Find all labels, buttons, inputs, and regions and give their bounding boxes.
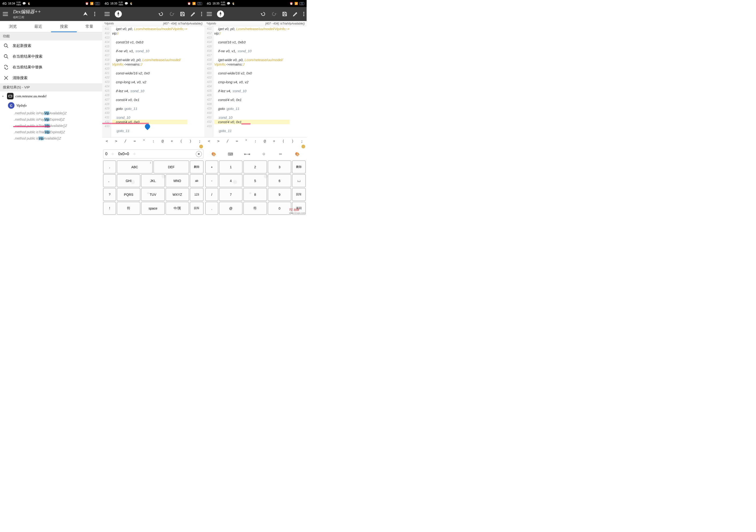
code-line[interactable]	[214, 133, 289, 137]
redo-button[interactable]	[271, 11, 277, 17]
code-line[interactable]	[214, 36, 289, 40]
undo-button[interactable]	[158, 11, 164, 17]
keyboard-key[interactable]: 。	[103, 174, 116, 187]
keyboard-key[interactable]: .	[205, 202, 218, 215]
compass-button[interactable]	[115, 11, 122, 17]
overflow-button[interactable]	[303, 12, 304, 16]
keyboard-key[interactable]: ab	[190, 174, 203, 187]
keyboard-key[interactable]: 8	[243, 188, 267, 201]
clipboard-icon[interactable]: ✂	[276, 150, 285, 157]
tab-recent[interactable]: 最近	[26, 21, 51, 32]
keyboard-key[interactable]: TUV	[141, 188, 165, 201]
code-line[interactable]	[112, 93, 187, 97]
code-line[interactable]: :cond_10	[112, 115, 187, 120]
code-editor[interactable]: 4114124134144154164174184194204214224234…	[204, 26, 307, 137]
code-line[interactable]	[112, 111, 187, 115]
code-line[interactable]: if-lez v4, :cond_10	[112, 89, 187, 93]
code-line[interactable]	[214, 44, 289, 49]
tab-constants[interactable]: 常量	[77, 21, 102, 32]
code-line[interactable]	[112, 133, 187, 137]
keyboard-key[interactable]: 删除	[292, 161, 306, 173]
save-button[interactable]	[180, 11, 185, 17]
code-line[interactable]: iget v0, p0, Lcom/netease/uu/model/VipIn…	[214, 27, 289, 31]
code-line[interactable]: const/4 v0, 0x1	[214, 120, 289, 124]
code-line[interactable]: const/4 v0, 0x1	[112, 97, 187, 102]
code-line[interactable]: const-wide/16 v2, 0x0	[214, 71, 289, 75]
code-line[interactable]	[112, 75, 187, 80]
symbol-key[interactable]: "	[139, 137, 148, 145]
keyboard-key[interactable]: 1	[219, 161, 242, 173]
symbol-key[interactable]: @	[158, 137, 167, 145]
code-line[interactable]	[214, 53, 289, 58]
symbol-key[interactable]: :	[251, 137, 260, 145]
keyboard-key[interactable]: ABC1	[117, 161, 152, 173]
menu-button[interactable]	[104, 12, 110, 16]
code-line[interactable]: goto :goto_11	[214, 106, 289, 111]
code-line[interactable]: const/16 v1, 0xb3	[112, 40, 187, 44]
keyboard-key[interactable]: 删除	[190, 161, 203, 173]
keyboard-key[interactable]: +	[205, 161, 218, 173]
keyboard-key[interactable]: /	[205, 188, 218, 201]
code-line[interactable]: iget v0, p0, Lcom/netease/uu/model/VipIn…	[112, 27, 187, 31]
symbol-key[interactable]: +	[167, 137, 176, 145]
emoji-icon[interactable]: ☺	[259, 150, 269, 157]
overflow-button[interactable]	[90, 12, 99, 16]
code-line[interactable]	[214, 84, 289, 89]
code-editor[interactable]: 4114124134144154164174184194204214224234…	[102, 26, 204, 137]
keyboard-key[interactable]: GHI	[117, 174, 140, 187]
ime-avatar-icon[interactable]: 🎨	[293, 150, 302, 157]
code-line[interactable]	[214, 124, 289, 129]
menu-button[interactable]	[207, 12, 212, 16]
redo-button[interactable]	[169, 11, 175, 17]
keyboard-key[interactable]: ⌴	[292, 174, 306, 187]
symbol-key[interactable]: =	[232, 137, 241, 145]
package-row[interactable]: ▾ com.netease.uu.model	[0, 92, 102, 101]
code-line[interactable]	[214, 66, 289, 71]
tab-browse[interactable]: 浏览	[0, 21, 26, 32]
file-name[interactable]: *VipInfo	[206, 22, 216, 25]
code-line[interactable]	[112, 66, 187, 71]
code-line[interactable]: VipInfo;->remains:J	[214, 62, 289, 66]
symbol-key[interactable]: ;	[297, 137, 307, 145]
menu-button[interactable]	[3, 12, 9, 16]
symbol-key[interactable]: =	[130, 137, 139, 145]
symbol-key[interactable]: ;	[195, 137, 204, 145]
code-line[interactable]	[214, 111, 289, 115]
overflow-button[interactable]	[201, 12, 202, 16]
symbol-key[interactable]: >	[214, 137, 223, 145]
symbol-key[interactable]: (	[279, 137, 288, 145]
action-new-search[interactable]: 发起新搜索	[0, 40, 102, 51]
keyboard-key[interactable]: 9	[268, 188, 291, 201]
method-result-row[interactable]: .method public isTrialVipAvailable()Z	[0, 123, 102, 129]
candidate-2[interactable]: 0x0=0	[118, 152, 129, 156]
keyboard-key[interactable]: ，	[103, 161, 116, 173]
keyboard-key[interactable]: 回车	[292, 188, 306, 201]
code-line[interactable]	[214, 75, 289, 80]
symbol-key[interactable]: :	[148, 137, 158, 145]
save-button[interactable]	[282, 11, 287, 17]
file-name[interactable]: *VipInfo	[104, 22, 114, 25]
keyboard-key[interactable]: 符	[243, 202, 267, 215]
keyboard-key[interactable]: 3	[268, 161, 291, 173]
candidate-1[interactable]: 0	[105, 152, 107, 156]
code-line[interactable]: :goto_11	[112, 129, 187, 133]
action-clear-search[interactable]: 清除搜索	[0, 72, 102, 83]
code-line[interactable]	[112, 84, 187, 89]
code-line[interactable]	[214, 102, 289, 106]
method-result-row[interactable]: .method public isPayVipExpired()Z	[0, 117, 102, 123]
code-line[interactable]	[112, 36, 187, 40]
close-candidates-button[interactable]: ✕	[196, 151, 202, 157]
keyboard-key[interactable]: 符	[117, 202, 140, 215]
keyboard-key[interactable]: WXYZ	[166, 188, 189, 201]
code-line[interactable]: const/16 v1, 0xb3	[214, 40, 289, 44]
code-line[interactable]: goto :goto_11	[112, 106, 187, 111]
code-line[interactable]: iget-wide v0, p0, Lcom/netease/uu/model/	[112, 58, 187, 62]
code-line[interactable]: vip:I	[112, 31, 187, 36]
symbol-key[interactable]: <	[102, 137, 112, 145]
code-line[interactable]: VipInfo;->remains:J	[112, 62, 187, 66]
symbol-key[interactable]: /	[121, 137, 130, 145]
tab-search[interactable]: 搜索	[51, 21, 77, 32]
code-line[interactable]: iget-wide v0, p0, Lcom/netease/uu/model/	[214, 58, 289, 62]
keyboard-key[interactable]: ？	[103, 188, 116, 201]
code-line[interactable]	[112, 124, 187, 129]
